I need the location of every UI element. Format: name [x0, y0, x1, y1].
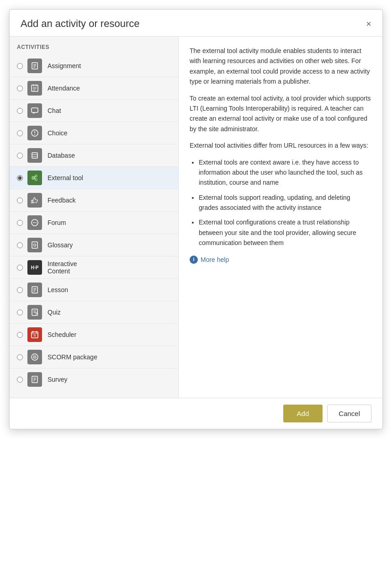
- activity-item-glossary[interactable]: Glossary: [10, 234, 178, 256]
- icon-feedback: [27, 193, 42, 208]
- radio-feedback[interactable]: [17, 197, 23, 203]
- activity-item-scheduler[interactable]: 31Scheduler: [10, 324, 178, 346]
- icon-quiz: [27, 305, 42, 320]
- icon-assignment: [27, 59, 42, 73]
- svg-point-33: [35, 312, 37, 314]
- activity-item-database[interactable]: Database: [10, 144, 178, 167]
- activity-label-lesson: Lesson: [48, 286, 68, 294]
- activity-item-assignment[interactable]: Assignment: [10, 55, 178, 77]
- svg-point-25: [34, 244, 36, 246]
- svg-rect-4: [32, 85, 38, 91]
- activity-label-survey: Survey: [48, 376, 68, 383]
- icon-choice: [27, 126, 42, 140]
- radio-quiz[interactable]: [17, 310, 23, 315]
- radio-survey[interactable]: [17, 377, 23, 383]
- modal-header: Add an activity or resource ×: [10, 10, 382, 37]
- radio-external-tool[interactable]: [17, 175, 23, 181]
- modal: Add an activity or resource × ACTIVITIES…: [9, 9, 383, 429]
- svg-point-22: [34, 222, 35, 223]
- modal-footer: Add Cancel: [10, 398, 382, 429]
- activity-item-feedback[interactable]: Feedback: [10, 189, 178, 212]
- description-bullets: External tools are context aware i.e. th…: [199, 157, 371, 248]
- icon-external-tool: [27, 171, 42, 185]
- section-label: ACTIVITIES: [10, 44, 178, 55]
- icon-forum: [27, 215, 42, 230]
- activity-item-interactive-content[interactable]: H·PInteractive Content: [10, 256, 178, 279]
- radio-interactive-content[interactable]: [17, 265, 23, 271]
- activity-item-survey[interactable]: Survey: [10, 368, 178, 390]
- svg-rect-36: [36, 331, 37, 333]
- activity-label-choice: Choice: [48, 129, 68, 137]
- icon-survey: [27, 372, 42, 387]
- svg-point-21: [33, 222, 34, 223]
- icon-database: [27, 148, 42, 163]
- svg-rect-9: [36, 85, 37, 86]
- bullet-item-2: External tool configurations create a tr…: [199, 217, 371, 248]
- svg-point-41: [34, 357, 35, 358]
- icon-scheduler: 31: [27, 327, 42, 342]
- svg-point-17: [32, 176, 35, 180]
- activity-item-scorm[interactable]: SCORM package: [10, 346, 178, 368]
- activity-label-database: Database: [48, 152, 75, 159]
- modal-body: ACTIVITIES AssignmentAttendanceChatChoic…: [10, 37, 382, 398]
- radio-scheduler[interactable]: [17, 332, 23, 338]
- activity-label-glossary: Glossary: [48, 241, 73, 249]
- icon-chat: [27, 103, 42, 118]
- radio-database[interactable]: [17, 153, 23, 159]
- close-button[interactable]: ×: [366, 19, 371, 28]
- activity-item-external-tool[interactable]: External tool: [10, 167, 178, 189]
- activity-label-scheduler: Scheduler: [48, 331, 76, 338]
- description-paragraph-1: To create an external tool activity, a t…: [190, 93, 371, 134]
- radio-chat[interactable]: [17, 108, 23, 114]
- radio-assignment[interactable]: [17, 63, 23, 69]
- activity-label-external-tool: External tool: [48, 174, 83, 181]
- radio-scorm[interactable]: [17, 354, 23, 360]
- activity-label-quiz: Quiz: [48, 309, 61, 316]
- info-icon: i: [190, 256, 198, 264]
- icon-interactive-content: H·P: [27, 260, 42, 275]
- description-paragraph-2: External tool activities differ from URL…: [190, 140, 371, 150]
- add-button[interactable]: Add: [283, 405, 323, 422]
- radio-forum[interactable]: [17, 220, 23, 226]
- bullet-item-1: External tools support reading, updating…: [199, 192, 371, 213]
- svg-rect-10: [32, 108, 38, 112]
- icon-lesson: [27, 283, 42, 297]
- bullet-item-0: External tools are context aware i.e. th…: [199, 157, 371, 188]
- radio-choice[interactable]: [17, 130, 23, 136]
- radio-attendance[interactable]: [17, 85, 23, 91]
- activity-item-lesson[interactable]: Lesson: [10, 279, 178, 301]
- activity-label-scorm: SCORM package: [48, 353, 97, 361]
- activity-item-chat[interactable]: Chat: [10, 100, 178, 122]
- activities-list: ACTIVITIES AssignmentAttendanceChatChoic…: [10, 37, 179, 398]
- icon-attendance: [27, 81, 42, 96]
- activity-label-chat: Chat: [48, 107, 61, 114]
- more-help-label: More help: [201, 255, 229, 265]
- activity-item-forum[interactable]: Forum: [10, 212, 178, 234]
- svg-text:31: 31: [33, 334, 36, 337]
- activity-item-choice[interactable]: Choice: [10, 122, 178, 144]
- activity-item-attendance[interactable]: Attendance: [10, 77, 178, 100]
- svg-point-13: [34, 134, 35, 135]
- svg-rect-14: [32, 153, 37, 158]
- activity-label-feedback: Feedback: [48, 197, 75, 204]
- description-paragraph-0: The external tool activity module enable…: [190, 46, 371, 87]
- icon-glossary: [27, 238, 42, 252]
- description-panel: The external tool activity module enable…: [179, 37, 382, 398]
- activity-label-attendance: Attendance: [48, 85, 80, 92]
- activity-label-interactive-content: Interactive Content: [48, 260, 77, 275]
- more-help-link[interactable]: iMore help: [190, 255, 371, 265]
- cancel-button[interactable]: Cancel: [327, 405, 371, 422]
- modal-title: Add an activity or resource: [21, 18, 139, 30]
- svg-rect-35: [32, 331, 33, 333]
- radio-lesson[interactable]: [17, 287, 23, 293]
- svg-point-23: [36, 222, 37, 223]
- activity-label-assignment: Assignment: [48, 62, 81, 69]
- svg-rect-24: [32, 242, 37, 248]
- activity-item-quiz[interactable]: Quiz: [10, 301, 178, 324]
- radio-glossary[interactable]: [17, 242, 23, 248]
- icon-scorm: [27, 350, 42, 364]
- svg-rect-8: [33, 85, 34, 86]
- activity-label-forum: Forum: [48, 219, 66, 226]
